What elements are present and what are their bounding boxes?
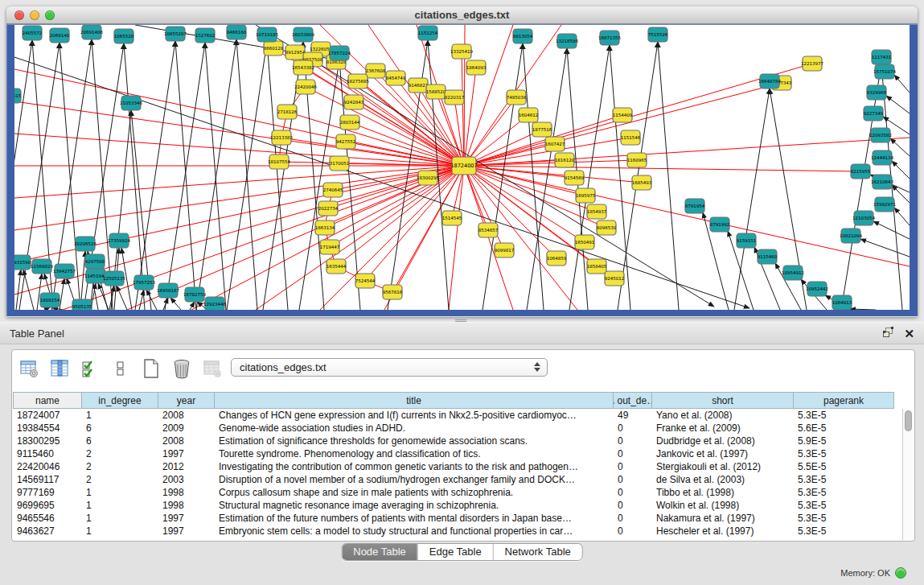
network-node[interactable]: 2405572 (23, 26, 43, 40)
selected-network-node[interactable]: 1604612 (519, 108, 539, 122)
tab-node-table[interactable]: Node Table (342, 544, 417, 560)
selected-network-node[interactable]: 7485038 (507, 90, 527, 105)
selected-network-node[interactable]: 1160965 (627, 153, 647, 167)
selected-network-node[interactable]: 2803144 (340, 115, 360, 130)
selected-network-node[interactable]: 1514545 (442, 211, 462, 225)
network-node[interactable]: 3931590 (14, 255, 31, 270)
table-row[interactable]: 946554611997Estimation of the future num… (13, 512, 902, 525)
delete-rows-trash-icon[interactable] (171, 358, 192, 379)
selected-network-node[interactable]: 9242843 (344, 95, 364, 109)
network-node[interactable]: 17359924 (108, 233, 130, 248)
selected-network-node[interactable]: 8660128 (264, 41, 284, 56)
selected-network-node[interactable]: 9154569 (565, 171, 585, 185)
network-node[interactable]: 15751074 (873, 64, 896, 79)
table-row[interactable]: 911546021997Tourette syndrome. Phenomeno… (13, 447, 902, 460)
selected-network-node[interactable]: 12213977 (801, 56, 823, 71)
selected-network-node[interactable]: 1064859 (547, 251, 567, 266)
network-node[interactable]: 12923446 (203, 297, 226, 310)
selected-network-node[interactable]: 2740645 (323, 183, 343, 197)
selected-network-node[interactable]: 18724007 (450, 157, 477, 175)
network-node[interactable]: 12444134 (871, 150, 893, 165)
network-node[interactable]: 10954912 (782, 266, 804, 280)
selected-network-node[interactable]: 9099817 (495, 243, 515, 257)
column-header-name[interactable]: name (13, 392, 82, 409)
network-node[interactable]: 7515526 (648, 27, 668, 42)
table-row[interactable]: 1872400712008Changes of HCN gene express… (13, 409, 902, 422)
column-header-pagerank[interactable]: pagerank (794, 392, 894, 409)
network-node[interactable]: 2069140 (50, 28, 70, 43)
network-node[interactable]: 9329966 (867, 85, 887, 100)
network-node[interactable]: 12093582 (869, 128, 892, 142)
selected-network-node[interactable]: 18275685 (347, 74, 369, 89)
column-header-short[interactable]: short (652, 392, 794, 409)
table-settings-icon[interactable] (18, 358, 39, 379)
network-node[interactable]: 1065528 (114, 29, 134, 43)
network-node[interactable]: 8466160 (227, 25, 247, 39)
selected-network-node[interactable]: 9146821 (409, 78, 429, 93)
selected-network-node[interactable]: 12213383 (270, 130, 293, 145)
network-node[interactable]: 2060515 (14, 89, 22, 103)
table-source-dropdown[interactable]: citations_edges.txt (231, 358, 548, 377)
network-node[interactable]: 13218586 (556, 34, 578, 48)
network-node[interactable]: 1151254 (418, 26, 438, 40)
network-node[interactable]: 11568829 (31, 259, 53, 274)
table-row[interactable]: 977716911998Corpus callosum shape and si… (13, 486, 902, 499)
selected-network-node[interactable]: 16543382 (292, 60, 314, 75)
minimize-window-button[interactable] (30, 10, 39, 20)
selected-network-node[interactable]: 18300295 (417, 171, 439, 185)
zoom-window-button[interactable] (45, 10, 55, 20)
selected-network-node[interactable]: 8454749 (386, 71, 406, 85)
network-node[interactable]: 20691406 (80, 25, 103, 39)
selected-network-node[interactable]: 13325419 (450, 44, 473, 59)
close-window-button[interactable] (14, 10, 24, 20)
network-node[interactable]: 1809154 (40, 293, 60, 307)
network-node[interactable]: 16648784 (758, 74, 781, 89)
selected-network-node[interactable]: 1685493 (632, 175, 652, 190)
memory-status-indicator[interactable] (895, 567, 906, 579)
network-node[interactable]: 16958167 (157, 283, 179, 298)
close-panel-icon[interactable]: ✕ (904, 328, 914, 340)
network-node[interactable]: 10952442 (806, 282, 828, 296)
network-node[interactable]: 9505135 (72, 299, 92, 310)
network-node[interactable]: 16033809 (292, 27, 314, 42)
selected-network-node[interactable]: 22420046 (294, 80, 317, 94)
selected-network-node[interactable]: 1588520 (426, 84, 446, 99)
table-row[interactable]: 946362711997Embryonic stem cells: a mode… (13, 525, 902, 538)
citation-network-graph[interactable]: 1872400786601288912954132260589827508165… (14, 25, 910, 310)
network-node[interactable]: 9115460 (758, 249, 778, 264)
selected-network-node[interactable]: 9427552 (336, 134, 356, 149)
table-row[interactable]: 969969511998Structural magnetic resonanc… (13, 499, 902, 512)
network-node[interactable]: 12505135 (103, 271, 125, 286)
network-node[interactable]: 16671355 (598, 31, 621, 45)
selected-network-node[interactable]: 1877516 (532, 122, 552, 137)
network-node[interactable]: 10719185 (256, 27, 278, 42)
select-all-icon[interactable] (80, 358, 101, 379)
column-header-title[interactable]: title (215, 392, 614, 409)
network-node[interactable]: 16210643 (871, 175, 893, 189)
selected-network-node[interactable]: 3170051 (330, 156, 350, 171)
selected-network-node[interactable]: 9245012 (605, 271, 625, 286)
table-row[interactable]: 1456911722003Disruption of a novel membe… (13, 473, 902, 486)
network-node[interactable]: 21053346 (120, 96, 142, 110)
network-node[interactable]: 1084913 (832, 295, 852, 310)
network-node[interactable]: 1117431 (872, 50, 892, 64)
table-row[interactable]: 1830029562008Estimation of significance … (13, 435, 902, 447)
tab-network-table[interactable]: Network Table (493, 544, 582, 560)
table-column-icon[interactable] (49, 358, 70, 379)
selected-network-node[interactable]: 18107554 (268, 154, 290, 169)
column-header-year[interactable]: year (158, 392, 215, 409)
float-panel-icon[interactable] (882, 327, 894, 341)
network-node[interactable]: 1527602 (195, 28, 216, 43)
selected-network-node[interactable]: 2022734 (318, 201, 339, 216)
selected-network-node[interactable]: 1719447 (320, 240, 340, 254)
network-canvas[interactable]: 1872400786601288912954132260589827508165… (14, 25, 910, 310)
network-node[interactable]: 12103054 (852, 211, 875, 225)
network-node[interactable]: 16782759 (183, 287, 206, 302)
network-node[interactable]: 17857224 (328, 46, 351, 60)
network-node[interactable]: 9159151 (737, 233, 757, 248)
selected-network-node[interactable]: 1151546 (621, 130, 641, 145)
network-node[interactable]: 9297588 (85, 254, 105, 269)
network-node[interactable]: 8791954 (685, 199, 705, 213)
table-row[interactable]: 2242004622012Investigating the contribut… (13, 460, 902, 473)
selected-network-node[interactable]: 2718126 (277, 105, 298, 119)
